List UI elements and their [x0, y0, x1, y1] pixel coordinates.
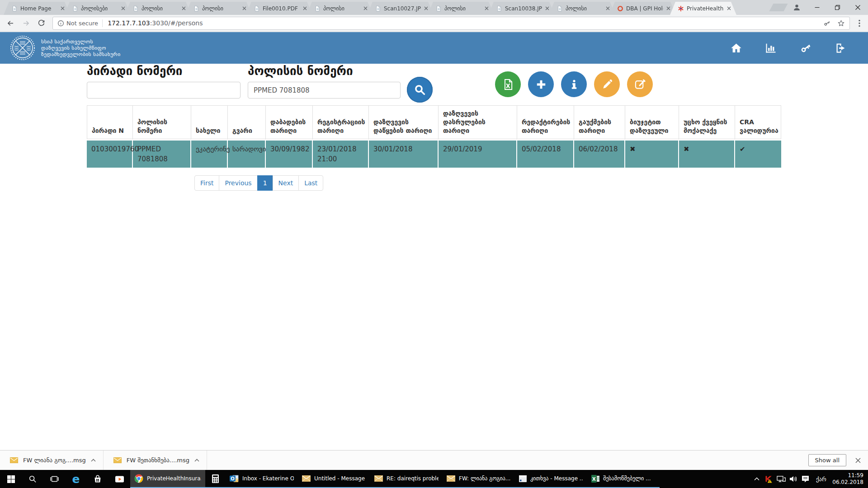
- calculator-taskbar-icon[interactable]: [205, 470, 226, 488]
- logout-icon[interactable]: [834, 41, 847, 55]
- download-item[interactable]: FW ლიანა გოგ....msg: [0, 450, 104, 470]
- tab-close-icon[interactable]: [302, 5, 308, 11]
- page-icon: [11, 5, 18, 12]
- minimize-button[interactable]: [807, 0, 827, 15]
- store-icon[interactable]: [87, 470, 108, 488]
- tab-close-icon[interactable]: [423, 5, 429, 11]
- search-button[interactable]: [407, 77, 433, 103]
- pagination-page-1[interactable]: 1: [257, 175, 273, 191]
- browser-tab[interactable]: File0010.PDF: [246, 2, 312, 15]
- taskbar-search-icon[interactable]: [22, 470, 43, 488]
- taskbar-window-label: Inbox - Ekaterine O...: [242, 475, 294, 482]
- tab-close-icon[interactable]: [665, 5, 671, 11]
- browser-tab[interactable]: პოლისი: [549, 2, 615, 15]
- taskbar-window-label: FW: ლიანა გოგია...: [459, 475, 510, 482]
- browser-tab[interactable]: პოლისი: [185, 2, 252, 15]
- tab-label: პოლისი: [202, 5, 239, 12]
- browser-tab[interactable]: Scan10027.JPG: [367, 2, 434, 15]
- taskbar: e PrivateHealthInsura... O Inbox - Ekate…: [0, 470, 868, 488]
- pagination-last[interactable]: Last: [298, 175, 323, 191]
- browser-tab-active[interactable]: PrivateHealthIn: [670, 2, 736, 15]
- pagination-previous[interactable]: Previous: [219, 175, 257, 191]
- keyboard-language-indicator[interactable]: ქარ: [811, 476, 830, 483]
- tab-close-icon[interactable]: [726, 5, 732, 11]
- tab-label: პოლისი: [444, 5, 481, 12]
- browser-tab[interactable]: Home Page: [4, 2, 70, 15]
- taskbar-app-message[interactable]: კითხვა - Message ...: [515, 470, 587, 488]
- taskbar-app-excel[interactable]: X შესამოწმებელი ...: [587, 470, 660, 488]
- browser-menu-icon[interactable]: [854, 16, 865, 30]
- pagination-first[interactable]: First: [194, 175, 219, 191]
- browser-tab[interactable]: პოლისები: [64, 2, 131, 15]
- password-key-icon[interactable]: [823, 19, 831, 27]
- task-view-icon[interactable]: [43, 470, 65, 488]
- column-header: გაუქმების თარიღი: [574, 105, 625, 139]
- taskbar-window-label: RE: daireqtis proble...: [387, 475, 439, 482]
- show-all-button[interactable]: Show all: [808, 454, 846, 466]
- close-window-button[interactable]: [848, 0, 868, 15]
- action-center-icon[interactable]: [799, 470, 811, 488]
- edit-pencil-button[interactable]: [594, 71, 620, 97]
- tab-close-icon[interactable]: [120, 5, 126, 11]
- back-button[interactable]: [3, 16, 18, 30]
- address-bar[interactable]: Not secure 172.17.7.103:3030/#/persons: [52, 17, 850, 30]
- reload-button[interactable]: [33, 16, 49, 30]
- bookmark-star-icon[interactable]: [837, 19, 845, 27]
- browser-tab[interactable]: პოლისი: [428, 2, 494, 15]
- start-button[interactable]: [0, 470, 22, 488]
- page-icon: [435, 5, 442, 12]
- taskbar-app-message[interactable]: FW: ლიანა გოგია...: [443, 470, 515, 488]
- taskbar-app-message[interactable]: RE: daireqtis proble...: [370, 470, 443, 488]
- taskbar-window-label: Untitled - Message ...: [314, 475, 366, 482]
- taskbar-clock[interactable]: 11:59 06.02.2018: [830, 472, 868, 486]
- personal-number-input[interactable]: [87, 82, 241, 99]
- tab-close-icon[interactable]: [241, 5, 247, 11]
- browser-tab[interactable]: Scan10038.JPG: [488, 2, 555, 15]
- speaker-icon[interactable]: [787, 470, 799, 488]
- taskbar-chrome-window[interactable]: PrivateHealthInsura...: [130, 470, 205, 488]
- new-tab-button[interactable]: [769, 4, 788, 11]
- browser-tab[interactable]: პოლისი: [125, 2, 191, 15]
- tab-close-icon[interactable]: [60, 5, 66, 11]
- column-header: გვარი: [228, 105, 266, 139]
- add-button[interactable]: [528, 71, 554, 97]
- access-key-icon[interactable]: [799, 41, 812, 55]
- forward-button[interactable]: [18, 16, 33, 30]
- restore-button[interactable]: [827, 0, 848, 15]
- policy-number-input[interactable]: [248, 82, 401, 99]
- taskbar-app-outlook[interactable]: O Inbox - Ekaterine O...: [226, 470, 298, 488]
- tab-close-icon[interactable]: [605, 5, 611, 11]
- browser-tab[interactable]: პოლისი: [307, 2, 373, 15]
- video-app-icon[interactable]: [108, 470, 130, 488]
- edge-icon[interactable]: e: [65, 470, 87, 488]
- cell-birth-date: 30/09/1982: [266, 139, 313, 168]
- table-row-selected[interactable]: 01030019760 PPMED 7081808 ეკატერინე სარა…: [87, 139, 781, 168]
- tab-close-icon[interactable]: [363, 5, 368, 11]
- taskbar-app-message[interactable]: Untitled - Message ...: [298, 470, 370, 488]
- close-download-bar-icon[interactable]: [855, 458, 861, 463]
- info-icon[interactable]: [57, 20, 64, 27]
- browser-tab[interactable]: DBA | GPI Hold: [609, 2, 676, 15]
- pagination-next[interactable]: Next: [273, 175, 299, 191]
- kaspersky-icon[interactable]: [763, 470, 775, 488]
- chevron-up-icon[interactable]: [91, 459, 96, 462]
- tab-close-icon[interactable]: [484, 5, 490, 11]
- persons-table: პირადი N პოლისის ნომერი სახელი გვარი დაბ…: [87, 105, 781, 168]
- tab-close-icon[interactable]: [181, 5, 187, 11]
- tab-close-icon[interactable]: [544, 5, 550, 11]
- tab-label: Scan10027.JPG: [384, 5, 421, 12]
- info-button[interactable]: [561, 71, 587, 97]
- download-item[interactable]: FW შეთანხმება....msg: [104, 450, 207, 470]
- profile-icon[interactable]: [787, 0, 807, 15]
- register-edit-button[interactable]: [627, 71, 653, 97]
- screen: Home Page პოლისები პოლისი პოლისი File001: [0, 0, 868, 488]
- export-excel-button[interactable]: [495, 71, 521, 97]
- taskbar-window-label: PrivateHealthInsura...: [147, 475, 201, 482]
- page-icon: [375, 5, 381, 12]
- network-icon[interactable]: [775, 470, 787, 488]
- asterisk-icon: [678, 5, 684, 12]
- tray-chevron-up-icon[interactable]: [750, 470, 763, 488]
- stats-chart-icon[interactable]: [764, 41, 778, 55]
- chevron-up-icon[interactable]: [194, 459, 199, 462]
- home-icon[interactable]: [729, 41, 743, 55]
